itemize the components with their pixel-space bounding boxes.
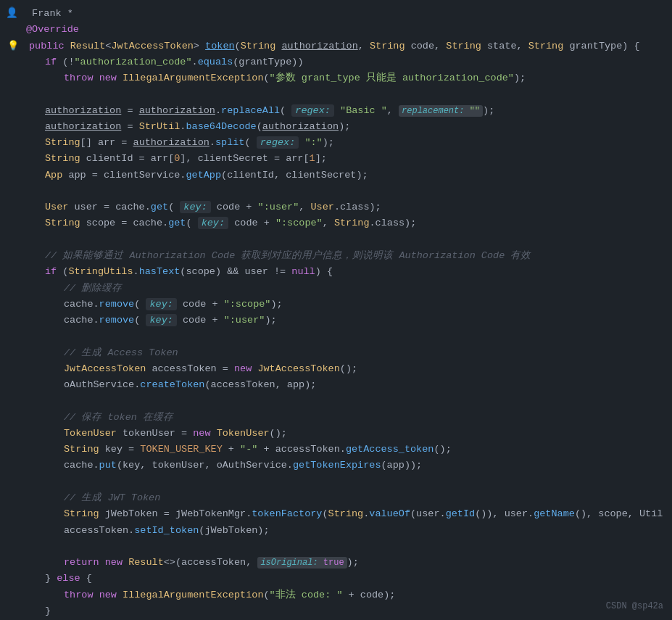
line-comment-1: // 如果能够通过 Authorization Code 获取到对应的用户信息，… xyxy=(0,248,672,264)
line-throw-2: throw new IllegalArgumentException("非法 c… xyxy=(0,587,672,603)
line-user-get: User user = cache.get( key: code + ":use… xyxy=(0,199,672,215)
line-cache-put: cache.put(key, tokenUser, oAuthService.g… xyxy=(0,458,672,474)
line-set-id-token: accessToken.setId_token(jWebToken); xyxy=(0,523,672,539)
line-empty-7 xyxy=(0,539,672,555)
line-override: @Override xyxy=(0,22,672,38)
line-remove-user: cache.remove( key: code + ":user"); xyxy=(0,313,672,328)
line-empty-5 xyxy=(0,393,672,409)
line-new-token: JwtAccessToken accessToken = new JwtAcce… xyxy=(0,361,672,377)
annotation-override: @Override xyxy=(26,24,79,35)
line-get-app: App app = clientService.getApp(clientId,… xyxy=(0,168,672,183)
line-token-user: TokenUser tokenUser = new TokenUser(); xyxy=(0,426,672,442)
line-create-token: oAuthService.createToken(accessToken, ap… xyxy=(0,377,672,393)
line-throw-1: throw new IllegalArgumentException("参数 g… xyxy=(0,70,672,86)
line-client-id: String clientId = arr[0], clientSecret =… xyxy=(0,151,672,167)
line-split: String[] arr = authorization.split( rege… xyxy=(0,135,672,151)
line-empty-1 xyxy=(0,86,672,102)
line-comment-jwt: // 生成 JWT Token xyxy=(0,490,672,506)
line-key: String key = TOKEN_USER_KEY + "-" + acce… xyxy=(0,442,672,458)
author-name: Frank * xyxy=(17,6,672,22)
watermark: CSDN @sp42a xyxy=(606,600,663,614)
line-empty-6 xyxy=(0,474,672,490)
line-replace-all: authorization = authorization.replaceAll… xyxy=(0,103,672,119)
line-empty-3 xyxy=(0,232,672,248)
line-if-check: if (!"authorization_code".equals(grantTy… xyxy=(0,54,672,70)
author-icon: 👤 xyxy=(6,6,17,22)
line-comment-save: // 保存 token 在缓存 xyxy=(0,410,672,426)
line-return: return new Result<>(accessToken, isOrigi… xyxy=(0,555,672,571)
line-comment-delete: // 删除缓存 xyxy=(0,281,672,297)
line-method-signature: 💡 public Result<JwtAccessToken> token(St… xyxy=(0,38,672,54)
line-close-if: } xyxy=(0,603,672,619)
line-author: 👤 Frank * xyxy=(0,6,672,22)
line-scope-get: String scope = cache.get( key: code + ":… xyxy=(0,215,672,231)
code-editor: 👤 Frank * @Override 💡 public Result<JwtA… xyxy=(0,0,672,620)
line-empty-4 xyxy=(0,328,672,344)
line-remove-scope: cache.remove( key: code + ":scope"); xyxy=(0,297,672,313)
line-empty-2 xyxy=(0,183,672,199)
line-jwt-token: String jWebToken = jWebTokenMgr.tokenFac… xyxy=(0,506,672,522)
line-else: } else { xyxy=(0,571,672,587)
line-if-scope: if (StringUtils.hasText(scope) && user !… xyxy=(0,264,672,280)
line-base64: authorization = StrUtil.base64Decode(aut… xyxy=(0,119,672,135)
line-comment-access: // 生成 Access Token xyxy=(0,345,672,361)
